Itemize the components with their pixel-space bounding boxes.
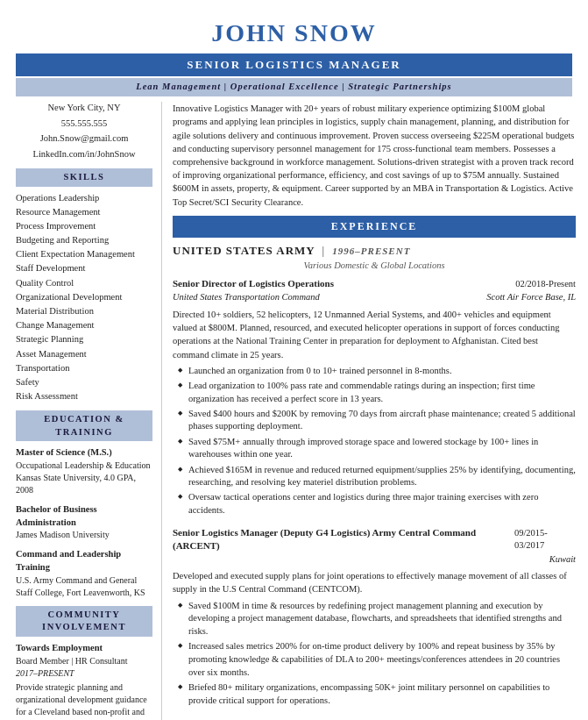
employer-dates-0: 1996–PRESENT [332, 246, 410, 256]
tagline-bar: Lean Management | Operational Excellence… [16, 78, 572, 96]
job-title-row-1: Senior Logistics Manager (Deputy G4 Logi… [173, 526, 576, 553]
contact-phone: 555.555.555 [16, 118, 152, 131]
bullet-1-2: Briefed 80+ military organizations, enco… [178, 681, 576, 707]
candidate-name: JOHN SNOW [0, 16, 588, 50]
skill-item: Material Distribution [16, 305, 152, 318]
edu-school-2: U.S. Army Command and General Staff Coll… [16, 574, 152, 599]
bullet-list-1: Saved $100M in time & resources by redef… [173, 600, 576, 708]
edu-degree-2: Command and Leadership Training [16, 548, 152, 574]
bullet-1-1: Increased sales metrics 200% for on-time… [178, 640, 576, 679]
bullet-1-0: Saved $100M in time & resources by redef… [178, 600, 576, 638]
edu-degree-0: Master of Science (M.S.) [16, 446, 152, 460]
bullet-0-2: Saved $400 hours and $200K by removing 7… [178, 408, 576, 433]
contact-email: John.Snow@gmail.com [16, 132, 152, 146]
community-entry-0: Towards Employment Board Member | HR Con… [16, 642, 152, 720]
bullet-0-5: Oversaw tactical operations center and l… [178, 491, 576, 517]
contact-block: New York City, NY 555.555.555 John.Snow@… [16, 102, 152, 161]
job-title-row-0: Senior Director of Logistics Operations … [173, 277, 576, 291]
skill-item: Quality Control [16, 277, 152, 290]
left-column: New York City, NY 555.555.555 John.Snow@… [0, 102, 162, 720]
edu-degree-1: Bachelor of Business Administration [16, 503, 152, 529]
education-list: Master of Science (M.S.) Occupational Le… [16, 446, 152, 598]
skill-item: Staff Development [16, 262, 152, 275]
job-location-0: Scott Air Force Base, IL [486, 291, 576, 304]
community-dates-0: 2017–PRESENT [16, 667, 152, 680]
job-dates-1: 09/2015-03/2017 [514, 527, 576, 552]
edu-entry-2: Command and Leadership Training U.S. Arm… [16, 548, 152, 598]
job-title-bar: SENIOR LOGISTICS MANAGER [16, 53, 572, 76]
contact-linkedin: LinkedIn.com/in/JohnSnow [16, 148, 152, 161]
skill-item: Resource Management [16, 206, 152, 219]
job-location-1: Kuwait [549, 553, 576, 567]
employer-name-0: UNITED STATES ARMY | 1996–PRESENT [173, 243, 410, 259]
edu-entry-1: Bachelor of Business Administration Jame… [16, 503, 152, 541]
skill-item: Process Improvement [16, 220, 152, 233]
skill-item: Safety [16, 376, 152, 389]
bullet-0-3: Saved $75M+ annually through improved st… [178, 436, 576, 461]
job-dates-0: 02/2018-Present [515, 278, 576, 291]
job-summary-1: Developed and executed supply plans for … [173, 569, 576, 595]
skills-list: Operations Leadership Resource Managemen… [16, 192, 152, 403]
job-unit-row-1: Kuwait [173, 553, 576, 567]
skill-item: Asset Management [16, 348, 152, 361]
job-title-1: Senior Logistics Manager (Deputy G4 Logi… [173, 526, 514, 553]
skills-header: SKILLS [16, 168, 152, 187]
job-summary-0: Directed 10+ soldiers, 52 helicopters, 1… [173, 308, 576, 361]
skill-item: Change Management [16, 319, 152, 332]
employer-location-0: Various Domestic & Global Locations [173, 260, 576, 273]
job-title-0: Senior Director of Logistics Operations [173, 277, 334, 290]
bullet-list-0: Launched an organization from 0 to 10+ t… [173, 365, 576, 517]
edu-field-0: Occupational Leadership & Education [16, 460, 152, 472]
job-entry-1: Senior Logistics Manager (Deputy G4 Logi… [173, 526, 576, 707]
edu-school-1: James Madison University [16, 529, 152, 541]
community-list: Towards Employment Board Member | HR Con… [16, 642, 152, 720]
contact-city: New York City, NY [16, 102, 152, 115]
job-entry-0: Senior Director of Logistics Operations … [173, 277, 576, 517]
skill-item: Budgeting and Reporting [16, 234, 152, 247]
job-unit-0: United States Transportation Command [173, 291, 320, 304]
skill-item: Client Expectation Management [16, 248, 152, 261]
community-role-0: Board Member | HR Consultant [16, 655, 152, 667]
experience-header: EXPERIENCE [173, 216, 576, 238]
skill-item: Operations Leadership [16, 192, 152, 205]
community-header: COMMUNITY INVOLVEMENT [16, 606, 152, 637]
skill-item: Transportation [16, 362, 152, 375]
bullet-0-1: Lead organization to 100% pass rate and … [178, 380, 576, 405]
skill-item: Organizational Development [16, 291, 152, 304]
header: JOHN SNOW SENIOR LOGISTICS MANAGER Lean … [0, 16, 588, 96]
right-column: Innovative Logistics Manager with 20+ ye… [162, 102, 588, 720]
job-unit-row-0: United States Transportation Command Sco… [173, 291, 576, 304]
community-org-0: Towards Employment [16, 642, 152, 655]
education-header: EDUCATION & TRAINING [16, 410, 152, 441]
resume-container: JOHN SNOW SENIOR LOGISTICS MANAGER Lean … [0, 0, 588, 720]
skill-item: Risk Assessment [16, 390, 152, 403]
summary-text: Innovative Logistics Manager with 20+ ye… [173, 102, 576, 209]
edu-entry-0: Master of Science (M.S.) Occupational Le… [16, 446, 152, 496]
community-desc-0: Provide strategic planning and organizat… [16, 681, 152, 720]
bullet-0-4: Achieved $165M in revenue and reduced re… [178, 464, 576, 489]
edu-school-0: Kansas State University, 4.0 GPA, 2008 [16, 472, 152, 496]
employer-header-row-0: UNITED STATES ARMY | 1996–PRESENT [173, 243, 576, 259]
skill-item: Strategic Planning [16, 333, 152, 346]
two-columns: New York City, NY 555.555.555 John.Snow@… [0, 102, 588, 720]
bullet-0-0: Launched an organization from 0 to 10+ t… [178, 365, 576, 378]
employer-block-0: UNITED STATES ARMY | 1996–PRESENT Variou… [173, 243, 576, 708]
